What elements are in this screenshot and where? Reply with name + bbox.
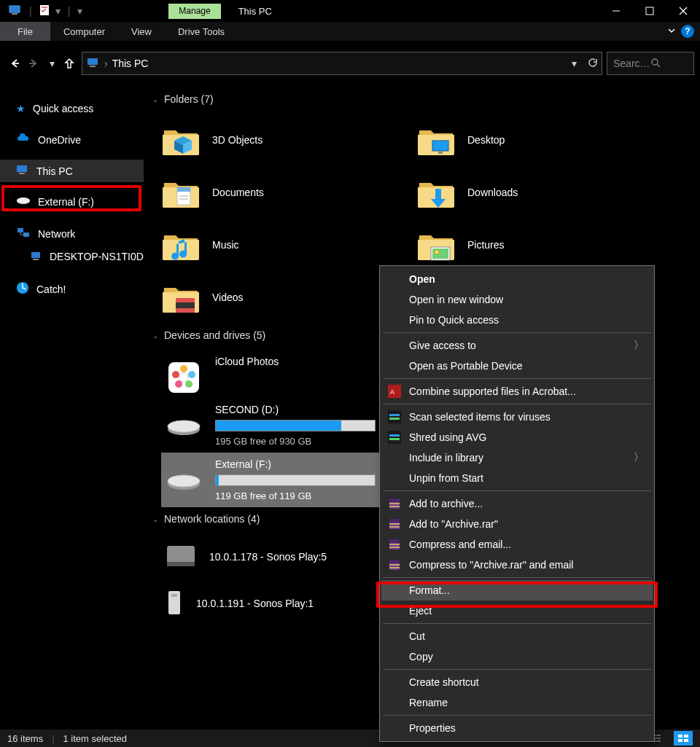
context-menu-label: Pin to Quick access bbox=[409, 314, 499, 326]
breadcrumb[interactable]: This PC bbox=[112, 58, 149, 69]
undo-icon[interactable]: ▾ bbox=[55, 5, 61, 17]
status-item-count: 16 items bbox=[7, 733, 43, 744]
drive-tile[interactable]: SECOND (D:)195 GB free of 930 GB bbox=[161, 398, 380, 453]
svg-rect-87 bbox=[684, 739, 688, 742]
forward-button[interactable] bbox=[26, 52, 42, 75]
back-button[interactable] bbox=[6, 52, 22, 75]
context-menu-label: Eject bbox=[409, 605, 432, 617]
context-menu-label: Cut bbox=[409, 630, 425, 642]
network-location-tile[interactable]: 10.0.1.191 - Sonos Play:1 bbox=[161, 580, 380, 627]
context-menu-item[interactable]: Properties bbox=[381, 718, 653, 738]
search-box[interactable]: Search Thi... bbox=[607, 52, 694, 75]
context-menu-item[interactable]: Open as Portable Device bbox=[381, 356, 653, 376]
ribbon-tab-manage[interactable]: Manage bbox=[168, 4, 220, 19]
avg-icon bbox=[387, 410, 402, 424]
context-menu-label: Open as Portable Device bbox=[409, 360, 523, 372]
context-menu-item[interactable]: ACombine supported files in Acrobat... bbox=[381, 381, 653, 402]
recent-locations-button[interactable]: ▾ bbox=[47, 52, 57, 75]
close-button[interactable] bbox=[666, 0, 700, 22]
context-menu-item[interactable]: Format... bbox=[381, 580, 653, 601]
context-menu-label: Compress and email... bbox=[409, 539, 511, 550]
sidebar-item-onedrive[interactable]: OneDrive bbox=[0, 128, 144, 151]
folder-label: Pictures bbox=[467, 239, 505, 251]
tab-drive-tools[interactable]: Drive Tools bbox=[165, 22, 238, 41]
svg-point-43 bbox=[188, 371, 195, 378]
help-icon[interactable]: ? bbox=[681, 25, 694, 38]
folder-tile[interactable]: Music bbox=[161, 219, 380, 271]
svg-rect-75 bbox=[389, 544, 400, 545]
context-menu-item[interactable]: Add to "Archive.rar" bbox=[381, 514, 653, 534]
context-menu-item[interactable]: Include in library〉 bbox=[381, 447, 653, 468]
folder-tile[interactable]: Downloads bbox=[416, 166, 635, 219]
overflow-icon[interactable]: ▾ bbox=[77, 5, 82, 17]
context-menu-item[interactable]: Cut bbox=[381, 626, 653, 646]
catch-icon bbox=[16, 281, 29, 297]
up-button[interactable] bbox=[61, 52, 77, 75]
folder-icon bbox=[416, 173, 456, 212]
drive-label: External (F:) bbox=[215, 458, 377, 470]
minimize-button[interactable] bbox=[599, 0, 633, 22]
group-header-folders[interactable]: ⌄ Folders (7) bbox=[151, 90, 690, 114]
file-menu[interactable]: File bbox=[0, 22, 50, 41]
ribbon-collapse-icon[interactable] bbox=[662, 26, 681, 38]
folder-tile[interactable]: Videos bbox=[161, 271, 380, 324]
maximize-button[interactable] bbox=[633, 0, 666, 22]
svg-rect-72 bbox=[389, 526, 400, 528]
context-menu-item[interactable]: Rename bbox=[381, 692, 653, 713]
separator: | bbox=[52, 733, 54, 744]
context-menu-item[interactable]: Give access to〉 bbox=[381, 335, 653, 356]
context-menu-item[interactable]: Pin to Quick access bbox=[381, 310, 653, 330]
context-menu-item[interactable]: Open bbox=[381, 269, 653, 289]
breadcrumb-chevron-icon[interactable]: › bbox=[104, 58, 108, 69]
folder-tile[interactable]: Documents bbox=[161, 166, 380, 219]
svg-rect-14 bbox=[17, 165, 27, 172]
context-menu-label: Add to archive... bbox=[409, 498, 483, 509]
context-menu-label: Unpin from Start bbox=[409, 472, 483, 484]
context-menu-item[interactable]: Unpin from Start bbox=[381, 468, 653, 488]
sidebar-item-network-pc[interactable]: DESKTOP-NS1TI0D bbox=[0, 246, 144, 267]
sidebar-item-this-pc[interactable]: This PC bbox=[0, 160, 144, 182]
svg-rect-23 bbox=[33, 259, 39, 260]
tiles-view-button[interactable] bbox=[674, 731, 693, 746]
device-icon bbox=[164, 588, 184, 619]
menu-separator bbox=[383, 715, 651, 716]
context-menu-item[interactable]: Add to archive... bbox=[381, 493, 653, 514]
tab-view[interactable]: View bbox=[118, 22, 165, 41]
context-menu-item[interactable]: Create shortcut bbox=[381, 672, 653, 692]
folder-tile[interactable]: Desktop bbox=[416, 114, 635, 166]
context-menu-item[interactable]: Eject bbox=[381, 601, 653, 621]
context-menu-item[interactable]: Copy bbox=[381, 646, 653, 667]
context-menu-item[interactable]: Open in new window bbox=[381, 289, 653, 310]
context-menu-item[interactable]: Shred using AVG bbox=[381, 427, 653, 447]
avg-icon bbox=[387, 430, 402, 445]
svg-rect-68 bbox=[389, 506, 400, 507]
drive-tile[interactable]: iCloud Photos bbox=[161, 350, 380, 398]
sidebar-item-quick-access[interactable]: ★ Quick access bbox=[0, 98, 144, 120]
breadcrumb-dropdown-icon[interactable]: ▾ bbox=[572, 58, 577, 69]
svg-rect-85 bbox=[684, 735, 688, 738]
drive-tile[interactable]: External (F:)119 GB free of 119 GB bbox=[161, 453, 380, 507]
refresh-icon[interactable] bbox=[587, 58, 597, 70]
svg-rect-3 bbox=[42, 7, 47, 8]
device-icon bbox=[164, 543, 198, 571]
properties-icon[interactable] bbox=[39, 4, 50, 18]
tab-computer[interactable]: Computer bbox=[50, 22, 118, 41]
sidebar-item-label: External (F:) bbox=[38, 196, 94, 208]
context-menu-item[interactable]: Scan selected items for viruses bbox=[381, 407, 653, 427]
context-menu-item[interactable]: Compress to "Archive.rar" and email bbox=[381, 555, 653, 575]
svg-rect-60 bbox=[389, 418, 400, 420]
svg-rect-67 bbox=[389, 503, 400, 504]
network-location-tile[interactable]: 10.0.1.178 - Sonos Play:5 bbox=[161, 533, 380, 580]
drive-free-label: 195 GB free of 930 GB bbox=[215, 436, 377, 447]
folder-tile[interactable]: 3D Objects bbox=[161, 114, 380, 166]
address-bar[interactable]: › This PC ▾ bbox=[82, 52, 602, 75]
context-menu-item[interactable]: Compress and email... bbox=[381, 534, 653, 555]
sidebar-item-network[interactable]: Network bbox=[0, 222, 144, 246]
sidebar-item-catch[interactable]: Catch! bbox=[0, 276, 144, 302]
context-menu-label: Open bbox=[409, 273, 435, 285]
folder-label: Videos bbox=[212, 292, 244, 303]
quick-access-toolbar: | ▾ | ▾ bbox=[0, 4, 82, 18]
pc-icon bbox=[16, 165, 29, 177]
folder-tile[interactable]: Pictures bbox=[416, 219, 635, 271]
sidebar-item-external-drive[interactable]: External (F:) bbox=[0, 191, 144, 213]
